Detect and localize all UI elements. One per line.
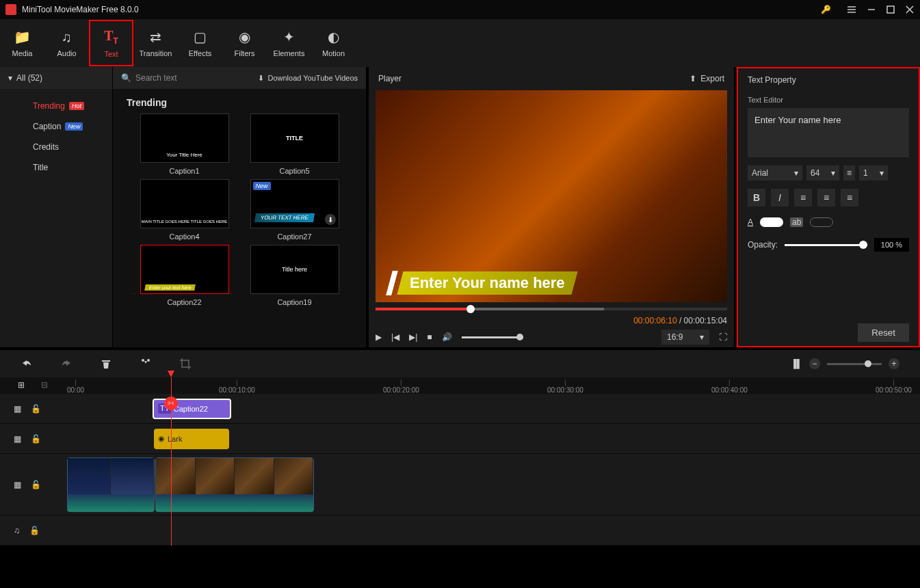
video-clip[interactable]: ▦テスト動画3 (67, 457, 155, 512)
prev-frame-button[interactable]: |◀ (391, 332, 399, 342)
toolbar-text[interactable]: TTText (89, 20, 133, 66)
align-right-button[interactable]: ≡ (841, 189, 858, 206)
gallery-item[interactable]: TITLECaption5 (244, 113, 345, 175)
crop-button[interactable] (179, 358, 192, 370)
zoom-in-button[interactable]: + (889, 358, 899, 369)
play-button[interactable]: ▶ (376, 332, 382, 342)
sidebar-all[interactable]: ▾All (52) (0, 67, 112, 89)
toolbar-effects[interactable]: ▢Effects (178, 20, 222, 66)
category-sidebar: ▾All (52) TrendingHot CaptionNew Credits… (0, 67, 113, 347)
add-track-button[interactable]: ⊞ (18, 380, 25, 390)
player-panel: Player ⬆Export Enter Your name here 00:0… (366, 67, 737, 347)
gallery-item[interactable]: NewYOUR TEXT HERE⬇Caption27 (244, 179, 345, 241)
progress-bar[interactable] (376, 308, 727, 310)
video-clip[interactable]: ▦テスト動画2 (155, 457, 314, 512)
lock-icon[interactable]: 🔓 (29, 526, 40, 535)
split-button[interactable] (140, 358, 152, 370)
sidebar-caption[interactable]: CaptionNew (0, 116, 112, 137)
opacity-slider[interactable] (785, 244, 867, 246)
gallery-item[interactable]: Enter your text hereCaption22 (133, 245, 235, 306)
editor-label: Text Editor (748, 96, 909, 104)
undo-button[interactable] (21, 358, 33, 370)
toolbar-audio[interactable]: ♫Audio (44, 20, 89, 66)
key-icon[interactable]: 🔑 (821, 5, 831, 14)
chevron-down-icon: ▾ (880, 168, 884, 178)
text-gallery: 🔍Search text ⬇Download YouTube Videos Tr… (113, 67, 366, 347)
delete-button[interactable] (100, 358, 112, 370)
panel-title: Text Property (738, 68, 919, 92)
search-icon: 🔍 (121, 73, 131, 83)
export-button[interactable]: ⬆Export (689, 74, 724, 83)
timeline-ruler[interactable]: ⊞ ⊟ 00:00 00:00:10:00 00:00:20:00 00:00:… (0, 377, 920, 394)
toolbar-transition[interactable]: ⇄Transition (133, 20, 178, 66)
zoom-fit-icon[interactable]: ▐▌ (791, 359, 802, 369)
text-track[interactable]: ▦🔓 TᴛCaption22 (0, 394, 920, 424)
stop-button[interactable]: ■ (427, 332, 432, 342)
playhead[interactable] (171, 377, 172, 546)
italic-button[interactable]: I (771, 189, 789, 206)
toolbar-media[interactable]: 📁Media (0, 20, 44, 66)
zoom-slider[interactable] (827, 363, 882, 365)
zoom-out-button[interactable]: − (809, 358, 820, 369)
opacity-value: 100 % (874, 238, 909, 252)
close-icon[interactable] (905, 5, 915, 14)
menu-icon[interactable] (846, 4, 857, 15)
chevron-down-icon: ▾ (8, 73, 12, 83)
film-icon: ▦ (14, 434, 21, 444)
sidebar-credits[interactable]: Credits (0, 137, 112, 157)
effect-track[interactable]: ▦🔓 ◉Lark (0, 424, 920, 454)
audio-track[interactable]: ♫🔓 (0, 516, 920, 546)
fullscreen-button[interactable]: ⛶ (719, 332, 727, 342)
lock-icon[interactable]: 🔓 (31, 480, 41, 490)
gallery-item[interactable]: MAIN TITLE GOES HERE TITLE GOES HERECapt… (133, 179, 235, 241)
toolbar-filters[interactable]: ◉Filters (222, 20, 267, 66)
gallery-section-title: Trending (113, 89, 366, 113)
film-icon: ▦ (14, 404, 21, 414)
download-icon[interactable]: ⬇ (325, 214, 336, 225)
volume-icon[interactable]: 🔊 (442, 332, 452, 342)
chevron-down-icon: ▾ (831, 168, 835, 178)
bg-color-swatch[interactable] (810, 217, 833, 227)
toolbar-elements[interactable]: ✦Elements (267, 20, 311, 66)
video-track[interactable]: ▦🔓 ▦テスト動画3 ✂ ▦テスト動画2 (0, 454, 920, 516)
text-property-panel: Text Property Text Editor Arial▾ 64▾ ≡ 1… (737, 67, 920, 347)
chevron-down-icon: ▾ (794, 168, 798, 178)
toolbar-motion[interactable]: ◐Motion (311, 20, 356, 66)
video-preview[interactable]: Enter Your name here (376, 90, 727, 302)
font-size-select[interactable]: 64▾ (806, 165, 839, 181)
titlebar: MiniTool MovieMaker Free 8.0.0 🔑 (0, 0, 920, 19)
remove-track-button[interactable]: ⊟ (41, 380, 48, 390)
reset-button[interactable]: Reset (858, 323, 909, 342)
bg-color-label: ab (790, 217, 803, 227)
volume-slider[interactable] (462, 336, 523, 338)
lock-icon[interactable]: 🔓 (31, 404, 41, 414)
search-input[interactable]: 🔍Search text (121, 73, 252, 83)
film-icon: ▦ (14, 480, 21, 490)
bold-button[interactable]: B (748, 189, 765, 206)
align-center-button[interactable]: ≡ (817, 189, 835, 206)
text-color-label: A (748, 217, 753, 227)
lock-icon[interactable]: 🔓 (31, 434, 41, 444)
aspect-ratio-select[interactable]: 16:9▾ (661, 330, 709, 345)
line-height-icon: ≡ (843, 165, 855, 181)
download-youtube-button[interactable]: ⬇Download YouTube Videos (258, 74, 358, 83)
align-left-button[interactable]: ≡ (794, 189, 812, 206)
sidebar-trending[interactable]: TrendingHot (0, 96, 112, 116)
minimize-icon[interactable] (867, 5, 876, 14)
gallery-item[interactable]: Your Title HereCaption1 (133, 113, 235, 175)
time-display: 00:00:06:10 / 00:00:15:04 (633, 316, 727, 325)
gallery-item[interactable]: Title hereCaption19 (244, 245, 345, 306)
effect-icon: ◉ (158, 434, 165, 443)
redo-button[interactable] (60, 358, 73, 370)
text-editor-input[interactable] (748, 108, 909, 157)
next-frame-button[interactable]: ▶| (409, 332, 417, 342)
font-family-select[interactable]: Arial▾ (748, 165, 802, 181)
effect-clip[interactable]: ◉Lark (154, 429, 229, 449)
chevron-down-icon: ▾ (700, 332, 704, 342)
maximize-icon[interactable] (886, 5, 895, 14)
line-height-select[interactable]: 1▾ (859, 165, 888, 181)
hot-badge: Hot (69, 102, 84, 110)
opacity-label: Opacity: (748, 240, 778, 250)
sidebar-title[interactable]: Title (0, 157, 112, 178)
text-color-swatch[interactable] (760, 217, 783, 227)
